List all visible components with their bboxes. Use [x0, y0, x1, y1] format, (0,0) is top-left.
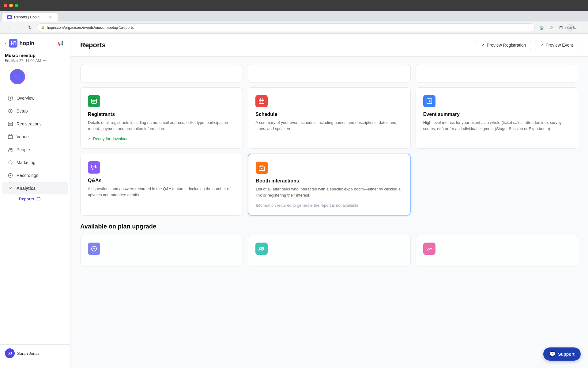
- sidebar-item-setup[interactable]: Setup: [2, 105, 68, 117]
- event-avatar-container: [0, 67, 70, 92]
- overview-icon: [7, 95, 13, 101]
- upgrade-card-3-icon: [423, 243, 435, 255]
- sidebar-item-overview[interactable]: Overview: [2, 92, 68, 104]
- upgrade-section-title: Available on plan upgrade: [80, 223, 578, 230]
- svg-marker-20: [429, 100, 431, 102]
- booth-interactions-unavailable: Information required to generate the rep…: [256, 203, 402, 208]
- sidebar-item-registrations[interactable]: Registrations: [2, 118, 68, 130]
- cast-icon[interactable]: 📡: [537, 23, 546, 32]
- event-date: Fri, May 27, 11:00 AM •••: [5, 59, 65, 63]
- tab-favicon: [7, 15, 12, 19]
- svg-point-26: [260, 247, 262, 249]
- svg-point-0: [8, 16, 11, 18]
- menu-button[interactable]: ⋮: [576, 23, 584, 32]
- sidebar-item-label-people: People: [17, 147, 30, 152]
- url-text: hopin.com/organisers/events/music-meetup…: [47, 25, 134, 30]
- new-tab-button[interactable]: +: [59, 13, 67, 21]
- analytics-label: Analytics: [17, 186, 36, 191]
- svg-point-7: [10, 98, 11, 99]
- event-summary-card-title: Event summary: [423, 112, 571, 117]
- qas-card-icon: [88, 161, 100, 174]
- sidebar-item-venue[interactable]: Venue: [2, 131, 68, 143]
- address-bar[interactable]: 🔒 hopin.com/organisers/events/music-meet…: [37, 23, 535, 32]
- top-placeholder-row: [80, 64, 578, 82]
- forward-button[interactable]: ›: [15, 23, 23, 32]
- upgrade-card-2-icon: [255, 243, 268, 255]
- report-card-empty: [416, 154, 578, 216]
- upgrade-card-1[interactable]: [80, 235, 243, 267]
- svg-rect-16: [259, 99, 264, 104]
- app: ‹ hopin 📢 Music meetup Fri, May 27, 11:0…: [0, 34, 588, 368]
- tab-close-button[interactable]: ✕: [48, 15, 53, 20]
- setup-icon: [7, 108, 13, 114]
- external-link-icon-reg: ↗: [481, 43, 485, 48]
- qas-card-desc: All questions and answers recorded in th…: [88, 186, 235, 198]
- user-name: Sarah Jonas: [17, 351, 40, 356]
- svg-rect-10: [8, 136, 13, 139]
- registrants-card-icon: [88, 95, 100, 107]
- maximize-dot[interactable]: [15, 4, 18, 7]
- sidebar-item-label-registrations: Registrations: [17, 121, 42, 126]
- booth-interactions-card-desc: List of all attendees who interacted wit…: [256, 186, 402, 198]
- registrants-card-desc: Details of all registrants including nam…: [88, 120, 235, 132]
- svg-point-8: [10, 110, 11, 112]
- refresh-button[interactable]: ↻: [26, 23, 34, 32]
- sidebar-item-recordings[interactable]: Recordings: [2, 169, 68, 182]
- report-card-qas[interactable]: Q&As All questions and answers recorded …: [80, 154, 243, 216]
- sidebar-item-people[interactable]: People: [2, 144, 68, 156]
- sidebar-item-label-venue: Venue: [17, 134, 29, 139]
- upgrade-card-3[interactable]: [416, 235, 578, 267]
- sidebar-back-arrow[interactable]: ‹: [5, 40, 6, 46]
- booth-interactions-card-icon: [256, 162, 268, 174]
- support-button[interactable]: 💬 Support: [543, 347, 581, 361]
- svg-point-5: [15, 77, 20, 80]
- sidebar-bottom: SJ Sarah Jonas: [0, 344, 70, 362]
- sidebar-item-label-marketing: Marketing: [17, 160, 35, 165]
- report-card-booth-interactions[interactable]: Booth interactions List of all attendees…: [248, 154, 410, 216]
- sidebar-item-analytics[interactable]: Analytics: [2, 182, 68, 194]
- browser-dots: [4, 4, 18, 7]
- external-link-icon-event: ↗: [540, 43, 544, 48]
- placeholder-card-3: [416, 64, 578, 82]
- analytics-submenu: Reports: [0, 195, 70, 203]
- back-button[interactable]: ‹: [4, 23, 12, 32]
- svg-point-25: [93, 248, 95, 249]
- preview-event-button[interactable]: ↗ Preview Event: [535, 40, 578, 50]
- report-card-event-summary[interactable]: Event summary High-level metrics for you…: [416, 87, 578, 149]
- browser-tab-active[interactable]: Reports | Hopin ✕: [2, 13, 58, 21]
- minimize-dot[interactable]: [9, 4, 13, 7]
- tab-title: Reports | Hopin: [14, 15, 40, 19]
- registrations-icon: [7, 121, 13, 127]
- sidebar-top: ‹ hopin 📢: [0, 34, 70, 50]
- svg-rect-17: [260, 102, 261, 102]
- reports-spinner: [36, 197, 41, 201]
- upgrade-card-1-icon: [88, 243, 100, 255]
- svg-point-27: [262, 247, 264, 249]
- event-date-more[interactable]: •••: [43, 59, 47, 63]
- support-icon: 💬: [549, 351, 556, 357]
- report-cards-grid: Registrants Details of all registrants i…: [80, 87, 578, 216]
- booth-interactions-card-title: Booth interactions: [256, 178, 402, 184]
- event-summary-card-icon: [423, 95, 435, 107]
- profile-button[interactable]: Incognito: [567, 24, 575, 32]
- venue-icon: [7, 134, 13, 140]
- hopin-logo: hopin: [9, 39, 34, 48]
- upgrade-cards-grid: [80, 235, 578, 267]
- sidebar-item-marketing[interactable]: Marketing: [2, 156, 68, 169]
- event-name: Music meetup: [5, 53, 65, 58]
- bookmark-icon[interactable]: ☆: [547, 23, 556, 32]
- upgrade-card-2[interactable]: [248, 235, 410, 267]
- sidebar-nav: Overview Setup Registrations Venue: [0, 92, 70, 203]
- close-dot[interactable]: [4, 4, 7, 7]
- preview-registration-button[interactable]: ↗ Preview Registration: [476, 40, 531, 50]
- svg-rect-18: [262, 102, 263, 102]
- registrants-card-title: Registrants: [88, 112, 235, 117]
- report-card-registrants[interactable]: Registrants Details of all registrants i…: [80, 87, 243, 149]
- placeholder-card-2: [248, 64, 410, 82]
- browser-chrome: [0, 0, 588, 11]
- notification-button[interactable]: 📢: [56, 39, 65, 48]
- sidebar-item-label-overview: Overview: [17, 96, 34, 101]
- report-card-schedule[interactable]: Schedule A summary of your event schedul…: [248, 87, 410, 149]
- sidebar-subitem-reports[interactable]: Reports: [14, 195, 70, 203]
- tab-grid-icon[interactable]: ⊞: [557, 23, 565, 32]
